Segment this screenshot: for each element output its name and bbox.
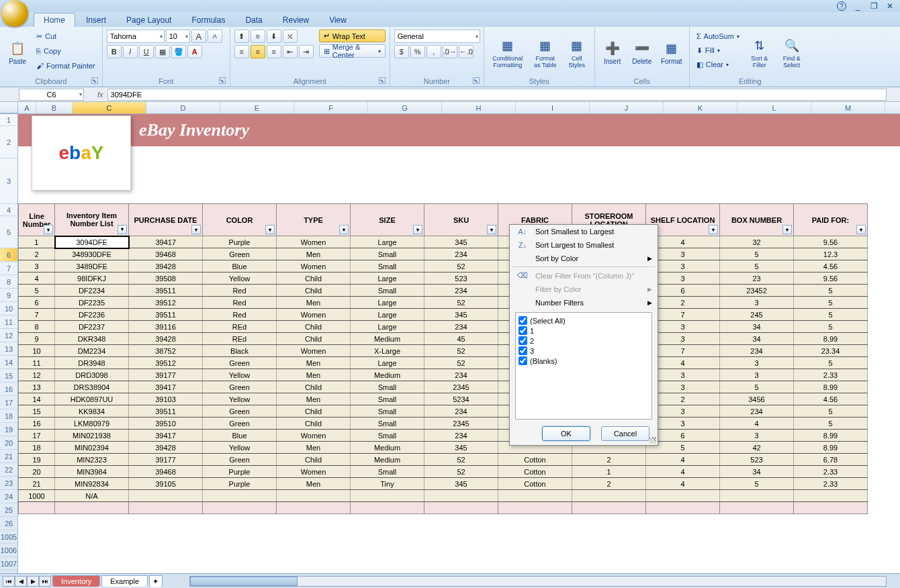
filter-button[interactable]: ▾ <box>265 225 275 234</box>
cell[interactable]: 3489DFE <box>55 260 129 273</box>
cell[interactable]: Small <box>351 285 424 297</box>
cell[interactable]: DF2236 <box>55 309 129 321</box>
filter-button[interactable]: ▾ <box>709 225 718 234</box>
row-header-18[interactable]: 18 <box>0 409 17 423</box>
cell[interactable]: Men <box>277 393 351 405</box>
cell[interactable]: 345 <box>424 309 498 321</box>
filter-option[interactable]: (Select All) <box>519 315 649 326</box>
find-select-button[interactable]: 🔍Find & Select <box>777 30 807 76</box>
cell[interactable]: 5 <box>794 309 868 321</box>
cell[interactable]: 5 <box>19 285 55 297</box>
cell[interactable]: Women <box>277 309 351 321</box>
row-header-11[interactable]: 11 <box>0 315 17 329</box>
cell[interactable]: Green <box>203 405 277 418</box>
row-header-10[interactable]: 10 <box>0 302 17 315</box>
cell[interactable]: Cotton <box>498 478 572 490</box>
cell[interactable]: 8 <box>19 321 55 333</box>
row-header-14[interactable]: 14 <box>0 356 17 369</box>
row-header-9[interactable]: 9 <box>0 289 17 302</box>
cell[interactable]: Medium <box>351 369 424 381</box>
cell[interactable] <box>794 490 868 502</box>
cell[interactable]: 39511 <box>129 309 203 321</box>
cell[interactable]: 39512 <box>129 357 203 369</box>
filter-option[interactable]: 2 <box>519 336 649 346</box>
cell[interactable]: 2.33 <box>794 466 868 478</box>
align-left-button[interactable]: ≡ <box>234 45 249 58</box>
copy-button[interactable]: ⎘Copy <box>34 44 98 58</box>
cell[interactable]: 234 <box>424 248 498 260</box>
cell[interactable]: 523 <box>720 454 794 466</box>
cell[interactable]: 39417 <box>129 430 203 442</box>
row-header-1[interactable]: 1 <box>0 114 17 126</box>
cell[interactable]: Small <box>351 466 424 478</box>
paste-button[interactable]: 📋 Paste <box>4 30 31 76</box>
tab-review[interactable]: Review <box>273 13 318 27</box>
cell[interactable]: 39512 <box>129 297 203 309</box>
cell[interactable]: 12 <box>19 369 55 381</box>
cell[interactable]: 8.99 <box>794 333 868 345</box>
delete-cells-button[interactable]: ➖Delete <box>629 30 656 76</box>
cell[interactable]: Small <box>351 248 424 260</box>
row-header-23[interactable]: 23 <box>0 477 17 490</box>
cell[interactable]: 234 <box>424 321 498 333</box>
cell[interactable]: 52 <box>424 454 498 466</box>
cell[interactable]: 10 <box>19 345 55 357</box>
cell[interactable]: Green <box>203 357 277 369</box>
cell[interactable]: Men <box>277 248 351 260</box>
cell[interactable]: REd <box>203 333 277 345</box>
row-header-2[interactable]: 2 <box>0 126 17 158</box>
currency-button[interactable]: $ <box>394 45 409 58</box>
cell[interactable]: 2 <box>572 454 646 466</box>
sheet-next-button[interactable]: ▶ <box>27 576 39 587</box>
column-header-C[interactable]: C <box>73 102 146 113</box>
cell[interactable]: Red <box>203 309 277 321</box>
cell[interactable] <box>129 490 203 502</box>
row-header-16[interactable]: 16 <box>0 383 17 396</box>
row-header-20[interactable]: 20 <box>0 436 17 450</box>
cell[interactable]: 52 <box>424 297 498 309</box>
cell[interactable]: Small <box>351 405 424 418</box>
cell[interactable]: Black <box>203 345 277 357</box>
cell[interactable]: 4 <box>646 454 720 466</box>
sheet-tab-example[interactable]: Example <box>101 575 148 587</box>
cell[interactable]: 8.99 <box>794 381 868 393</box>
font-launcher[interactable]: ⬊ <box>219 77 226 84</box>
cell[interactable]: Small <box>351 418 424 430</box>
cell[interactable]: DF2235 <box>55 297 129 309</box>
align-right-button[interactable]: ≡ <box>267 45 281 58</box>
cell[interactable]: 2 <box>19 248 55 260</box>
cell[interactable]: 12.3 <box>794 248 868 260</box>
cell[interactable]: Blue <box>203 430 277 442</box>
cell[interactable]: Green <box>203 454 277 466</box>
cell[interactable]: 39511 <box>129 405 203 418</box>
cell-styles-button[interactable]: ▦Cell Styles <box>564 30 590 76</box>
cell[interactable]: Large <box>351 236 424 248</box>
close-icon[interactable]: ✕ <box>885 1 895 11</box>
cell[interactable]: 5 <box>720 260 794 273</box>
cell[interactable]: Purple <box>203 466 277 478</box>
cell[interactable]: 39428 <box>129 333 203 345</box>
cell[interactable]: MIN2323 <box>55 454 129 466</box>
cell[interactable]: 52 <box>424 466 498 478</box>
border-button[interactable]: ▦ <box>155 45 170 58</box>
cell[interactable]: DRD3098 <box>55 369 129 381</box>
cell[interactable]: 234 <box>424 405 498 418</box>
cell[interactable]: Women <box>277 236 351 248</box>
cell[interactable]: 8.99 <box>794 430 868 442</box>
office-button[interactable] <box>1 0 28 27</box>
cell[interactable] <box>277 490 351 502</box>
cell[interactable]: DR3948 <box>55 357 129 369</box>
cell[interactable]: 3094DFE <box>55 236 129 248</box>
cell[interactable]: Men <box>277 297 351 309</box>
horizontal-scrollbar[interactable] <box>189 576 887 587</box>
cell[interactable]: Blue <box>203 260 277 273</box>
cell[interactable]: Women <box>277 430 351 442</box>
filter-button[interactable]: ▾ <box>118 225 127 234</box>
bold-button[interactable]: B <box>107 45 122 58</box>
fill-button[interactable]: ⬇Fill▾ <box>694 44 742 57</box>
filter-ok-button[interactable]: OK <box>542 426 590 441</box>
tab-home[interactable]: Home <box>34 13 75 27</box>
filter-button[interactable]: ▾ <box>44 225 53 234</box>
cell[interactable]: Yellow <box>203 369 277 381</box>
cell[interactable]: 3 <box>19 260 55 273</box>
